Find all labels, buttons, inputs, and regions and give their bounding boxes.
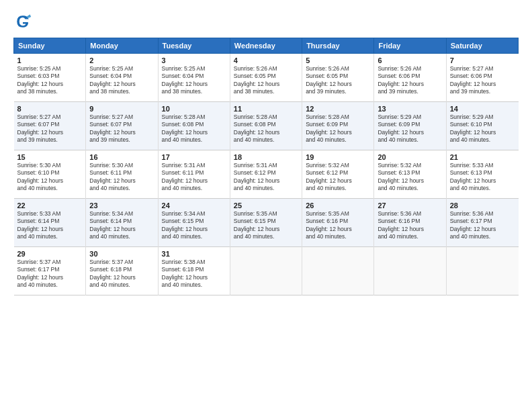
header-cell-tuesday: Tuesday [158, 38, 230, 54]
day-info: Sunrise: 5:27 AM Sunset: 6:07 PM Dayligh… [17, 113, 83, 144]
day-number: 8 [17, 105, 83, 113]
day-cell: 24Sunrise: 5:34 AM Sunset: 6:15 PM Dayli… [158, 199, 230, 247]
day-info: Sunrise: 5:36 AM Sunset: 6:16 PM Dayligh… [378, 210, 442, 241]
day-number: 4 [234, 56, 298, 64]
day-cell: 1Sunrise: 5:25 AM Sunset: 6:03 PM Daylig… [14, 54, 86, 102]
logo [13, 12, 35, 31]
day-cell: 27Sunrise: 5:36 AM Sunset: 6:16 PM Dayli… [374, 199, 446, 247]
day-info: Sunrise: 5:29 AM Sunset: 6:09 PM Dayligh… [378, 113, 442, 144]
day-cell: 2Sunrise: 5:25 AM Sunset: 6:04 PM Daylig… [86, 54, 158, 102]
week-row-2: 8Sunrise: 5:27 AM Sunset: 6:07 PM Daylig… [14, 102, 519, 150]
day-cell: 25Sunrise: 5:35 AM Sunset: 6:15 PM Dayli… [230, 199, 302, 247]
day-info: Sunrise: 5:27 AM Sunset: 6:07 PM Dayligh… [89, 113, 154, 144]
day-number: 13 [378, 105, 442, 113]
header-row: SundayMondayTuesdayWednesdayThursdayFrid… [14, 38, 519, 54]
day-number: 21 [450, 153, 515, 161]
day-info: Sunrise: 5:28 AM Sunset: 6:09 PM Dayligh… [306, 113, 370, 144]
day-cell: 18Sunrise: 5:31 AM Sunset: 6:12 PM Dayli… [230, 150, 302, 199]
day-number: 11 [234, 105, 298, 113]
day-number: 20 [378, 153, 442, 161]
day-number: 31 [162, 250, 226, 258]
day-cell: 16Sunrise: 5:30 AM Sunset: 6:11 PM Dayli… [86, 150, 158, 199]
day-number: 6 [378, 56, 442, 64]
day-cell: 10Sunrise: 5:28 AM Sunset: 6:08 PM Dayli… [158, 102, 230, 150]
day-cell: 4Sunrise: 5:26 AM Sunset: 6:05 PM Daylig… [230, 54, 302, 102]
day-number: 26 [306, 201, 370, 210]
day-number: 19 [306, 153, 370, 161]
day-cell: 17Sunrise: 5:31 AM Sunset: 6:11 PM Dayli… [158, 150, 230, 199]
day-number: 15 [17, 153, 83, 161]
day-info: Sunrise: 5:34 AM Sunset: 6:14 PM Dayligh… [89, 210, 154, 241]
day-cell [374, 247, 446, 295]
day-cell: 7Sunrise: 5:27 AM Sunset: 6:06 PM Daylig… [446, 54, 518, 102]
day-cell: 31Sunrise: 5:38 AM Sunset: 6:18 PM Dayli… [158, 247, 230, 295]
day-cell: 23Sunrise: 5:34 AM Sunset: 6:14 PM Dayli… [86, 199, 158, 247]
header-cell-monday: Monday [86, 38, 158, 54]
day-info: Sunrise: 5:33 AM Sunset: 6:14 PM Dayligh… [17, 210, 83, 241]
day-number: 16 [89, 153, 154, 161]
day-number: 5 [306, 56, 370, 64]
day-cell: 12Sunrise: 5:28 AM Sunset: 6:09 PM Dayli… [302, 102, 374, 150]
day-number: 27 [378, 201, 442, 210]
day-info: Sunrise: 5:29 AM Sunset: 6:10 PM Dayligh… [450, 113, 515, 144]
day-cell: 26Sunrise: 5:35 AM Sunset: 6:16 PM Dayli… [302, 199, 374, 247]
day-cell: 15Sunrise: 5:30 AM Sunset: 6:10 PM Dayli… [14, 150, 86, 199]
day-number: 9 [89, 105, 154, 113]
day-info: Sunrise: 5:35 AM Sunset: 6:16 PM Dayligh… [306, 210, 370, 241]
day-info: Sunrise: 5:25 AM Sunset: 6:04 PM Dayligh… [162, 65, 226, 96]
day-cell: 20Sunrise: 5:32 AM Sunset: 6:13 PM Dayli… [374, 150, 446, 199]
day-number: 25 [234, 201, 298, 210]
day-cell [302, 247, 374, 295]
day-number: 14 [450, 105, 515, 113]
day-cell: 22Sunrise: 5:33 AM Sunset: 6:14 PM Dayli… [14, 199, 86, 247]
day-info: Sunrise: 5:26 AM Sunset: 6:05 PM Dayligh… [306, 65, 370, 96]
day-number: 10 [162, 105, 226, 113]
day-info: Sunrise: 5:30 AM Sunset: 6:10 PM Dayligh… [17, 162, 83, 193]
day-cell: 21Sunrise: 5:33 AM Sunset: 6:13 PM Dayli… [446, 150, 518, 199]
day-cell [230, 247, 302, 295]
day-number: 23 [89, 201, 154, 210]
day-cell: 30Sunrise: 5:37 AM Sunset: 6:18 PM Dayli… [86, 247, 158, 295]
day-cell: 28Sunrise: 5:36 AM Sunset: 6:17 PM Dayli… [446, 199, 518, 247]
header-cell-wednesday: Wednesday [230, 38, 302, 54]
day-info: Sunrise: 5:25 AM Sunset: 6:04 PM Dayligh… [89, 65, 154, 96]
day-info: Sunrise: 5:26 AM Sunset: 6:05 PM Dayligh… [234, 65, 298, 96]
day-info: Sunrise: 5:28 AM Sunset: 6:08 PM Dayligh… [234, 113, 298, 144]
header-cell-sunday: Sunday [14, 38, 86, 54]
day-cell [446, 247, 518, 295]
day-cell: 11Sunrise: 5:28 AM Sunset: 6:08 PM Dayli… [230, 102, 302, 150]
day-cell: 19Sunrise: 5:32 AM Sunset: 6:12 PM Dayli… [302, 150, 374, 199]
day-cell: 9Sunrise: 5:27 AM Sunset: 6:07 PM Daylig… [86, 102, 158, 150]
day-number: 24 [162, 201, 226, 210]
day-number: 18 [234, 153, 298, 161]
day-cell: 14Sunrise: 5:29 AM Sunset: 6:10 PM Dayli… [446, 102, 518, 150]
header [13, 12, 519, 31]
day-info: Sunrise: 5:33 AM Sunset: 6:13 PM Dayligh… [450, 162, 515, 193]
header-cell-thursday: Thursday [302, 38, 374, 54]
day-info: Sunrise: 5:31 AM Sunset: 6:12 PM Dayligh… [234, 162, 298, 193]
calendar-table: SundayMondayTuesdayWednesdayThursdayFrid… [13, 38, 519, 295]
day-cell: 13Sunrise: 5:29 AM Sunset: 6:09 PM Dayli… [374, 102, 446, 150]
day-info: Sunrise: 5:38 AM Sunset: 6:18 PM Dayligh… [162, 259, 226, 289]
header-cell-friday: Friday [374, 38, 446, 54]
day-number: 12 [306, 105, 370, 113]
page: SundayMondayTuesdayWednesdayThursdayFrid… [0, 0, 532, 411]
day-info: Sunrise: 5:28 AM Sunset: 6:08 PM Dayligh… [162, 113, 226, 144]
day-info: Sunrise: 5:30 AM Sunset: 6:11 PM Dayligh… [89, 162, 154, 193]
calendar-body: 1Sunrise: 5:25 AM Sunset: 6:03 PM Daylig… [14, 54, 519, 295]
day-info: Sunrise: 5:26 AM Sunset: 6:06 PM Dayligh… [378, 65, 442, 96]
day-info: Sunrise: 5:36 AM Sunset: 6:17 PM Dayligh… [450, 210, 515, 241]
day-number: 29 [17, 250, 83, 258]
day-cell: 5Sunrise: 5:26 AM Sunset: 6:05 PM Daylig… [302, 54, 374, 102]
day-number: 17 [162, 153, 226, 161]
logo-icon [13, 12, 32, 31]
day-number: 3 [162, 56, 226, 64]
day-info: Sunrise: 5:37 AM Sunset: 6:17 PM Dayligh… [17, 259, 83, 289]
week-row-1: 1Sunrise: 5:25 AM Sunset: 6:03 PM Daylig… [14, 54, 519, 102]
day-number: 30 [89, 250, 154, 258]
day-info: Sunrise: 5:35 AM Sunset: 6:15 PM Dayligh… [234, 210, 298, 241]
day-number: 7 [450, 56, 515, 64]
day-info: Sunrise: 5:31 AM Sunset: 6:11 PM Dayligh… [162, 162, 226, 193]
day-cell: 3Sunrise: 5:25 AM Sunset: 6:04 PM Daylig… [158, 54, 230, 102]
week-row-5: 29Sunrise: 5:37 AM Sunset: 6:17 PM Dayli… [14, 247, 519, 295]
